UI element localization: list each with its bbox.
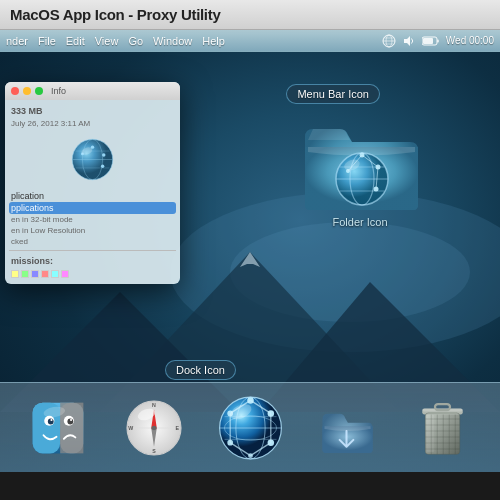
menu-file[interactable]: File [38, 35, 56, 47]
finder-row-apps[interactable]: pplications [9, 202, 176, 214]
desktop: Info 333 MB July 26, 2012 3:11 AM [0, 52, 500, 472]
dock-item-trash[interactable] [410, 395, 475, 460]
dock-item-proxy[interactable] [218, 395, 283, 460]
finder-date: July 26, 2012 3:11 AM [9, 118, 176, 129]
trash-icon [415, 398, 470, 458]
menu-help[interactable]: Help [202, 35, 225, 47]
svg-text:W: W [128, 425, 133, 431]
menu-view[interactable]: View [95, 35, 119, 47]
page-title: MacOS App Icon - Proxy Utility [10, 6, 220, 23]
perm-color-1 [11, 270, 19, 278]
finder-titlebar: Info [5, 82, 180, 100]
perm-color-2 [21, 270, 29, 278]
menu-window[interactable]: Window [153, 35, 192, 47]
svg-rect-7 [423, 38, 433, 44]
svg-rect-100 [426, 414, 434, 452]
clock: Wed 00:00 [446, 35, 494, 46]
downloads-icon [319, 400, 374, 455]
dock-item-finder[interactable] [26, 395, 91, 460]
finder-lowres: en in Low Resolution [9, 225, 176, 236]
dock: N S W E [0, 382, 500, 472]
svg-point-57 [152, 425, 157, 430]
menu-finder[interactable]: nder [6, 35, 28, 47]
menu-edit[interactable]: Edit [66, 35, 85, 47]
svg-text:S: S [152, 447, 156, 453]
close-button[interactable] [11, 87, 19, 95]
title-bar: MacOS App Icon - Proxy Utility [0, 0, 500, 30]
svg-point-49 [70, 418, 72, 420]
perm-color-4 [41, 270, 49, 278]
trash-dock-icon[interactable] [410, 395, 475, 460]
perm-color-3 [31, 270, 39, 278]
svg-rect-98 [435, 404, 450, 410]
svg-text:N: N [152, 402, 156, 408]
finder-globe-icon [70, 137, 115, 182]
menu-bar-left: nder File Edit View Go Window Help [6, 35, 382, 47]
svg-marker-5 [404, 36, 410, 46]
dock-item-safari[interactable]: N S W E [122, 395, 187, 460]
menu-bar-right: Wed 00:00 [382, 34, 494, 48]
svg-text:E: E [175, 425, 179, 431]
proxy-utility-icon [218, 394, 283, 462]
svg-point-22 [102, 153, 105, 156]
finder-dock-icon[interactable] [26, 395, 91, 460]
dock-item-downloads[interactable] [314, 395, 379, 460]
menu-bar-globe-icon [382, 34, 396, 48]
safari-icon: N S W E [124, 398, 184, 458]
perm-color-5 [51, 270, 59, 278]
finder-content: 333 MB July 26, 2012 3:11 AM [5, 100, 180, 284]
battery-icon [422, 36, 440, 46]
folder-icon-label: Folder Icon [332, 216, 387, 228]
finder-size-label: 333 MB [9, 104, 176, 118]
finder-icon [29, 399, 87, 457]
finder-window-title: Info [51, 86, 66, 96]
finder-icon-area [9, 129, 176, 190]
menu-bar: nder File Edit View Go Window Help Wed 0… [0, 30, 500, 52]
downloads-dock-icon[interactable] [314, 395, 379, 460]
proxy-utility-dock-icon[interactable] [218, 395, 283, 460]
svg-point-46 [50, 418, 52, 420]
menu-bar-icon-label: Menu Bar Icon [286, 84, 380, 104]
minimize-button[interactable] [23, 87, 31, 95]
maximize-button[interactable] [35, 87, 43, 95]
perm-color-6 [61, 270, 69, 278]
svg-rect-8 [437, 39, 439, 42]
finder-32bit: en in 32-bit mode [9, 214, 176, 225]
finder-locked: cked [9, 236, 176, 247]
menu-go[interactable]: Go [128, 35, 143, 47]
safari-dock-icon[interactable]: N S W E [122, 395, 187, 460]
svg-point-23 [101, 165, 104, 168]
volume-icon [402, 34, 416, 48]
dock-icon-label: Dock Icon [165, 360, 236, 380]
folder-icon-large [300, 107, 420, 212]
finder-row-app: plication [9, 190, 176, 202]
finder-window: Info 333 MB July 26, 2012 3:11 AM [5, 82, 180, 284]
permissions-label: missions: [9, 254, 176, 268]
folder-icon-container: Folder Icon [300, 107, 420, 228]
